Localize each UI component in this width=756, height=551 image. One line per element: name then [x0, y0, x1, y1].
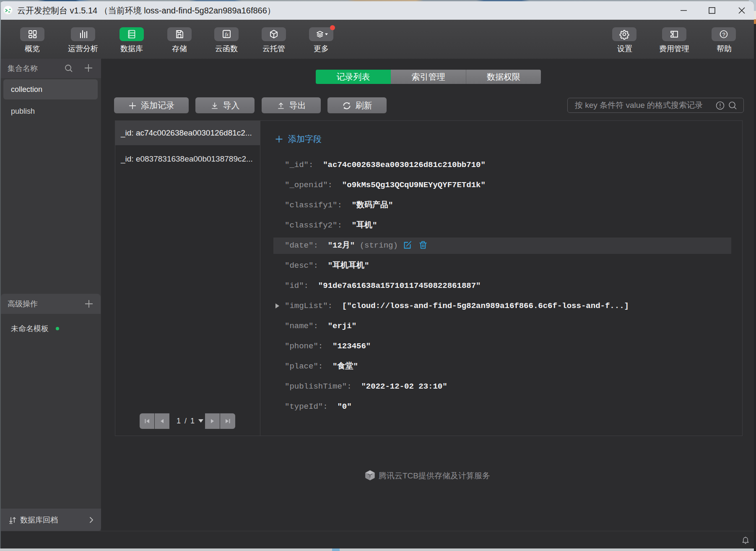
svg-text:fx: fx [225, 31, 229, 37]
svg-text:?: ? [722, 31, 725, 38]
